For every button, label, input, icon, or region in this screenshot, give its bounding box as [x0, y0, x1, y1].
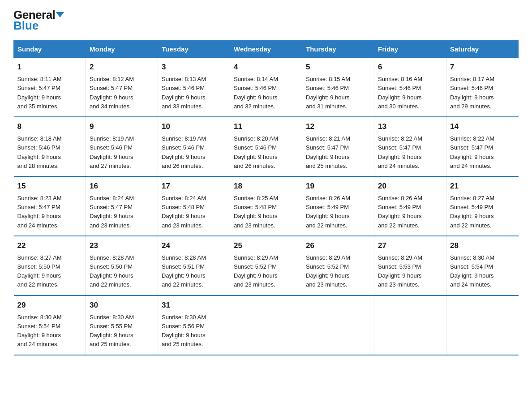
day-cell: 5Sunrise: 8:15 AMSunset: 5:46 PMDaylight…: [302, 58, 374, 117]
day-info: Sunrise: 8:23 AMSunset: 5:47 PMDaylight:…: [17, 194, 82, 230]
day-number: 9: [90, 121, 154, 133]
day-number: 8: [17, 121, 82, 133]
day-info: Sunrise: 8:30 AMSunset: 5:56 PMDaylight:…: [162, 313, 226, 349]
header-tuesday: Tuesday: [158, 41, 230, 58]
day-cell: 4Sunrise: 8:14 AMSunset: 5:46 PMDaylight…: [230, 58, 302, 117]
week-row-5: 29Sunrise: 8:30 AMSunset: 5:54 PMDayligh…: [14, 295, 519, 355]
day-number: 16: [90, 180, 154, 192]
day-number: 14: [450, 121, 515, 133]
day-cell: [446, 295, 519, 355]
day-number: 3: [162, 61, 226, 73]
day-number: 15: [17, 180, 82, 192]
day-info: Sunrise: 8:13 AMSunset: 5:46 PMDaylight:…: [162, 75, 226, 111]
header-saturday: Saturday: [446, 41, 519, 58]
logo-arrow-icon: [56, 12, 64, 17]
day-number: 29: [17, 300, 82, 311]
day-number: 24: [162, 240, 226, 252]
day-number: 7: [450, 61, 515, 73]
day-cell: 3Sunrise: 8:13 AMSunset: 5:46 PMDaylight…: [158, 58, 230, 117]
header-monday: Monday: [86, 41, 158, 58]
day-number: 30: [90, 300, 154, 311]
day-cell: 12Sunrise: 8:21 AMSunset: 5:47 PMDayligh…: [302, 117, 374, 176]
day-info: Sunrise: 8:19 AMSunset: 5:46 PMDaylight:…: [90, 134, 154, 171]
day-info: Sunrise: 8:21 AMSunset: 5:47 PMDaylight:…: [306, 134, 370, 171]
day-info: Sunrise: 8:28 AMSunset: 5:50 PMDaylight:…: [90, 253, 154, 290]
header-wednesday: Wednesday: [230, 41, 302, 58]
day-info: Sunrise: 8:22 AMSunset: 5:47 PMDaylight:…: [450, 134, 515, 171]
day-cell: 2Sunrise: 8:12 AMSunset: 5:47 PMDaylight…: [86, 58, 158, 117]
day-info: Sunrise: 8:26 AMSunset: 5:49 PMDaylight:…: [378, 194, 442, 230]
day-info: Sunrise: 8:30 AMSunset: 5:54 PMDaylight:…: [450, 253, 515, 290]
day-info: Sunrise: 8:24 AMSunset: 5:48 PMDaylight:…: [162, 194, 226, 230]
calendar-header-row: SundayMondayTuesdayWednesdayThursdayFrid…: [14, 41, 519, 58]
day-number: 20: [378, 180, 442, 192]
day-cell: 6Sunrise: 8:16 AMSunset: 5:46 PMDaylight…: [374, 58, 446, 117]
day-cell: 8Sunrise: 8:18 AMSunset: 5:46 PMDaylight…: [14, 117, 86, 176]
day-info: Sunrise: 8:12 AMSunset: 5:47 PMDaylight:…: [90, 75, 154, 111]
week-row-4: 22Sunrise: 8:27 AMSunset: 5:50 PMDayligh…: [14, 236, 519, 295]
day-cell: 23Sunrise: 8:28 AMSunset: 5:50 PMDayligh…: [86, 236, 158, 295]
day-cell: [302, 295, 374, 355]
day-cell: 29Sunrise: 8:30 AMSunset: 5:54 PMDayligh…: [14, 295, 86, 355]
day-number: 31: [162, 300, 226, 311]
day-cell: 21Sunrise: 8:27 AMSunset: 5:49 PMDayligh…: [446, 176, 519, 236]
week-row-3: 15Sunrise: 8:23 AMSunset: 5:47 PMDayligh…: [14, 176, 519, 236]
day-info: Sunrise: 8:14 AMSunset: 5:46 PMDaylight:…: [234, 75, 298, 111]
day-cell: 14Sunrise: 8:22 AMSunset: 5:47 PMDayligh…: [446, 117, 519, 176]
day-cell: 15Sunrise: 8:23 AMSunset: 5:47 PMDayligh…: [14, 176, 86, 236]
day-info: Sunrise: 8:24 AMSunset: 5:47 PMDaylight:…: [90, 194, 154, 230]
day-cell: 31Sunrise: 8:30 AMSunset: 5:56 PMDayligh…: [158, 295, 230, 355]
day-cell: [230, 295, 302, 355]
day-cell: 24Sunrise: 8:28 AMSunset: 5:51 PMDayligh…: [158, 236, 230, 295]
logo: General Blue: [13, 9, 64, 31]
day-cell: 19Sunrise: 8:26 AMSunset: 5:49 PMDayligh…: [302, 176, 374, 236]
calendar-table: SundayMondayTuesdayWednesdayThursdayFrid…: [13, 40, 519, 355]
day-info: Sunrise: 8:30 AMSunset: 5:55 PMDaylight:…: [90, 313, 154, 349]
day-info: Sunrise: 8:29 AMSunset: 5:53 PMDaylight:…: [378, 253, 442, 290]
day-number: 19: [306, 180, 370, 192]
day-number: 12: [306, 121, 370, 133]
week-row-2: 8Sunrise: 8:18 AMSunset: 5:46 PMDaylight…: [14, 117, 519, 176]
day-number: 5: [306, 61, 370, 73]
day-cell: 17Sunrise: 8:24 AMSunset: 5:48 PMDayligh…: [158, 176, 230, 236]
day-info: Sunrise: 8:18 AMSunset: 5:46 PMDaylight:…: [17, 134, 82, 171]
day-info: Sunrise: 8:22 AMSunset: 5:47 PMDaylight:…: [378, 134, 442, 171]
day-number: 11: [234, 121, 298, 133]
day-number: 26: [306, 240, 370, 252]
day-cell: [374, 295, 446, 355]
day-number: 22: [17, 240, 82, 252]
day-cell: 1Sunrise: 8:11 AMSunset: 5:47 PMDaylight…: [14, 58, 86, 117]
day-number: 2: [90, 61, 154, 73]
day-info: Sunrise: 8:11 AMSunset: 5:47 PMDaylight:…: [17, 75, 82, 111]
logo-blue: Blue: [13, 20, 64, 31]
day-info: Sunrise: 8:27 AMSunset: 5:49 PMDaylight:…: [450, 194, 515, 230]
day-number: 13: [378, 121, 442, 133]
header-sunday: Sunday: [14, 41, 86, 58]
day-cell: 9Sunrise: 8:19 AMSunset: 5:46 PMDaylight…: [86, 117, 158, 176]
day-number: 1: [17, 61, 82, 73]
day-number: 27: [378, 240, 442, 252]
day-number: 17: [162, 180, 226, 192]
day-number: 28: [450, 240, 515, 252]
day-cell: 7Sunrise: 8:17 AMSunset: 5:46 PMDaylight…: [446, 58, 519, 117]
day-cell: 25Sunrise: 8:29 AMSunset: 5:52 PMDayligh…: [230, 236, 302, 295]
day-info: Sunrise: 8:15 AMSunset: 5:46 PMDaylight:…: [306, 75, 370, 111]
day-cell: 18Sunrise: 8:25 AMSunset: 5:48 PMDayligh…: [230, 176, 302, 236]
day-info: Sunrise: 8:30 AMSunset: 5:54 PMDaylight:…: [17, 313, 82, 349]
day-number: 10: [162, 121, 226, 133]
day-info: Sunrise: 8:26 AMSunset: 5:49 PMDaylight:…: [306, 194, 370, 230]
day-info: Sunrise: 8:27 AMSunset: 5:50 PMDaylight:…: [17, 253, 82, 290]
day-cell: 27Sunrise: 8:29 AMSunset: 5:53 PMDayligh…: [374, 236, 446, 295]
day-info: Sunrise: 8:16 AMSunset: 5:46 PMDaylight:…: [378, 75, 442, 111]
day-cell: 30Sunrise: 8:30 AMSunset: 5:55 PMDayligh…: [86, 295, 158, 355]
day-number: 21: [450, 180, 515, 192]
day-number: 25: [234, 240, 298, 252]
week-row-1: 1Sunrise: 8:11 AMSunset: 5:47 PMDaylight…: [14, 58, 519, 117]
page-header: General Blue: [13, 9, 519, 31]
day-info: Sunrise: 8:25 AMSunset: 5:48 PMDaylight:…: [234, 194, 298, 230]
day-info: Sunrise: 8:29 AMSunset: 5:52 PMDaylight:…: [306, 253, 370, 290]
day-number: 6: [378, 61, 442, 73]
day-number: 23: [90, 240, 154, 252]
day-number: 4: [234, 61, 298, 73]
day-number: 18: [234, 180, 298, 192]
